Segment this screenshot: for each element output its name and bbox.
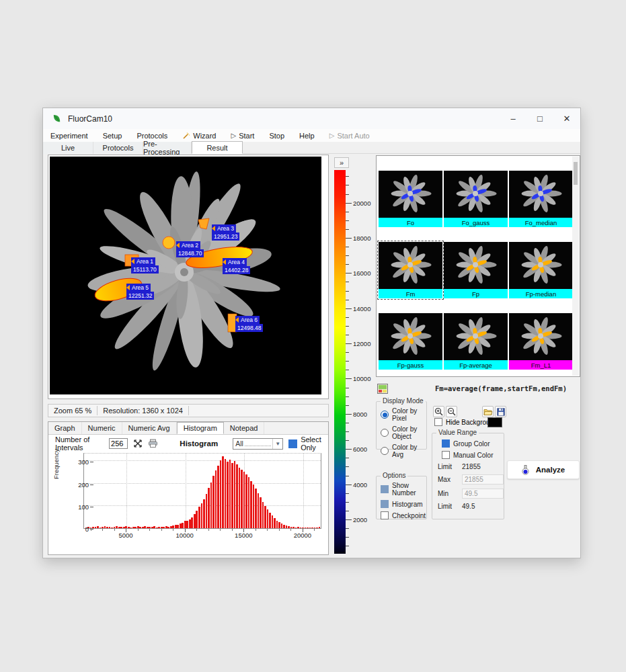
histogram-plot (83, 453, 321, 529)
tab-pre-processing[interactable]: Pre-Processing (143, 142, 192, 154)
display-mode-title: Display Mode (381, 397, 426, 405)
thumbnail-label: Fo (379, 218, 442, 227)
tab-graph[interactable]: Graph (48, 422, 82, 434)
open-file-button[interactable] (482, 406, 494, 417)
zoom-status: Zoom 65 % (48, 406, 97, 415)
scrollbar-thumb[interactable] (574, 162, 578, 185)
thumbnail-cell[interactable]: Fp-median (509, 242, 573, 298)
thumbnail-label: Fo_gauss (444, 218, 508, 227)
play-icon: ▷ (329, 132, 335, 139)
area-label[interactable]: Area 512251.32 (126, 284, 154, 300)
menu-start-auto[interactable]: ▷Start Auto (322, 129, 377, 142)
min-field[interactable]: 49.5 (462, 489, 504, 499)
thumbnail-image[interactable] (444, 171, 508, 218)
color-by-avg-radio[interactable] (381, 447, 389, 455)
menu-bar: Experiment Setup Protocols Wizard ▷Start… (43, 129, 580, 142)
tab-live[interactable]: Live (43, 142, 93, 154)
desktop: FluorCam10 – □ ✕ Experiment Setup Protoc… (0, 0, 626, 672)
limit-max-label: Limit (438, 463, 457, 470)
minimize-button[interactable]: – (500, 108, 526, 129)
thumbnail-image[interactable] (509, 171, 573, 218)
fit-view-button[interactable] (133, 437, 143, 450)
area-value: 14402.28 (223, 266, 250, 274)
tab-numeric[interactable]: Numeric (82, 422, 122, 434)
color-by-pixel-radio[interactable] (381, 411, 389, 419)
close-button[interactable]: ✕ (553, 108, 580, 129)
color-by-object-radio[interactable] (381, 429, 389, 437)
print-button[interactable] (148, 437, 158, 450)
tab-result[interactable]: Result (192, 141, 243, 154)
tab-histogram[interactable]: Histogram (177, 422, 224, 434)
max-field[interactable]: 21855 (462, 474, 504, 485)
menu-setup[interactable]: Setup (95, 129, 130, 142)
area-name: Area 1 (131, 257, 155, 265)
frame-thumbnail-panel: FoFo_gaussFo_medianFmFpFp-medianFp-gauss… (376, 155, 580, 377)
thumbnail-scrollbar[interactable] (572, 157, 579, 376)
thumbnail-image[interactable] (379, 242, 442, 289)
thumbnail-image[interactable] (444, 242, 508, 289)
thumbnail-image[interactable] (509, 242, 573, 289)
intervals-input[interactable] (109, 438, 128, 449)
colorbar-tick-label: 10000 (353, 375, 370, 382)
save-button[interactable] (495, 406, 506, 417)
image-panel: Area 115113.70Area 212848.70Area 312951.… (48, 155, 329, 399)
group-color-checkbox[interactable] (442, 439, 450, 448)
area-name: Area 5 (126, 284, 151, 292)
select-only-checkbox[interactable] (288, 439, 297, 448)
menu-help[interactable]: Help (292, 129, 322, 142)
area-name: Area 6 (235, 316, 260, 324)
manual-color-label: Manual Color (453, 452, 493, 459)
frame-info-icon[interactable] (377, 384, 388, 394)
tab-protocols[interactable]: Protocols (93, 142, 143, 154)
menu-experiment[interactable]: Experiment (43, 129, 95, 142)
options-title: Options (381, 472, 407, 479)
area-label[interactable]: Area 115113.70 (131, 257, 159, 274)
colorbar-expand-button[interactable]: » (334, 157, 349, 168)
thumbnail-cell[interactable]: Fp (444, 242, 508, 298)
background-color-swatch[interactable] (487, 417, 502, 427)
maximize-button[interactable]: □ (526, 108, 553, 129)
thumbnail-cell[interactable]: Fm (379, 242, 442, 298)
histogram-checkbox[interactable] (381, 500, 389, 508)
thumbnail-label: Fm_L1 (509, 360, 573, 370)
display-mode-group: Display Mode Color by Pixel Color by Obj… (376, 401, 427, 450)
save-floppy-icon (497, 408, 505, 416)
checkpoint-label: Checkpoint (392, 512, 426, 519)
area-label[interactable]: Area 414402.28 (223, 258, 250, 274)
menu-start[interactable]: ▷Start (223, 129, 262, 142)
hide-background-checkbox[interactable] (434, 418, 442, 426)
tab-notepad[interactable]: Notepad (224, 422, 265, 434)
area-label[interactable]: Area 612498.48 (235, 316, 263, 332)
area-label[interactable]: Area 212848.70 (176, 241, 204, 257)
thumbnail-cell[interactable]: Fp-average (444, 313, 508, 370)
show-number-checkbox[interactable] (381, 485, 389, 493)
series-filter-combo[interactable]: All ▼ (233, 438, 283, 450)
thumbnail-image[interactable] (379, 313, 442, 360)
zoom-out-button[interactable] (446, 406, 457, 417)
color-by-object-label: Color by Object (392, 425, 426, 440)
thumbnail-cell[interactable]: Fp-gauss (379, 313, 442, 370)
analyze-button[interactable]: Analyze (507, 460, 580, 479)
title-bar[interactable]: FluorCam10 – □ ✕ (43, 108, 580, 129)
thumbnail-cell[interactable]: Fo (379, 171, 442, 227)
manual-color-checkbox[interactable] (442, 451, 450, 459)
menu-stop[interactable]: Stop (262, 129, 292, 142)
thumbnail-image[interactable] (379, 171, 442, 218)
area-name: Area 3 (212, 224, 236, 233)
area-label[interactable]: Area 312951.23 (212, 224, 239, 241)
thumbnail-cell[interactable]: Fo_median (509, 171, 573, 227)
thumbnail-image[interactable] (444, 313, 508, 360)
tab-numeric-avg[interactable]: Numeric Avg (122, 422, 177, 434)
intervals-label: Number of Intervals (55, 435, 106, 452)
zoom-in-button[interactable] (433, 406, 444, 417)
colorbar-tick-label: 4000 (353, 481, 367, 489)
thumbnail-image[interactable] (509, 313, 573, 360)
color-scale-bar (334, 170, 346, 554)
checkpoint-checkbox[interactable] (381, 511, 389, 519)
plant-image[interactable]: Area 115113.70Area 212848.70Area 312951.… (50, 157, 321, 394)
thumbnail-cell[interactable]: Fo_gauss (444, 171, 508, 227)
colorbar-tick-label: 16000 (353, 269, 370, 277)
thumbnail-cell[interactable]: Fm_L1 (509, 313, 573, 370)
area-value: 12498.48 (235, 324, 263, 332)
value-range-group: Value Range Group Color Manual Color Lim… (432, 433, 504, 519)
